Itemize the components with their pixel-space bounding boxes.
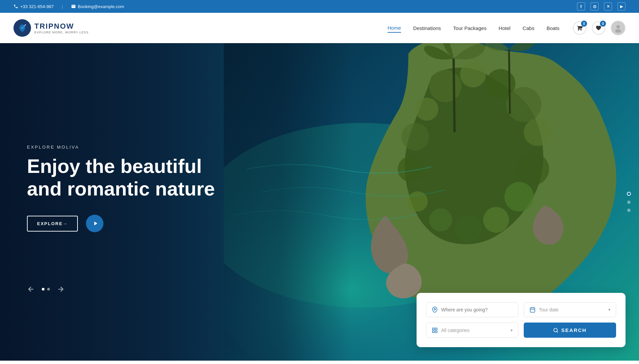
search-panel: Tour date ▾ All categories Adventure Bea… [417, 293, 626, 347]
svg-line-35 [557, 331, 558, 332]
grid-icon [432, 327, 438, 333]
logo-text: TRIPNOW EXPLORE MORE, WORRY LESS [34, 22, 89, 34]
categories-field[interactable]: All categories Adventure Beach Cultural … [426, 323, 518, 338]
logo-name: TRIPNOW [34, 22, 89, 31]
play-button[interactable] [86, 215, 103, 232]
next-slide-button[interactable] [57, 285, 65, 293]
slide-dots-right [627, 192, 631, 212]
next-arrow-icon [57, 285, 65, 293]
twitter-x-link[interactable]: ✕ [604, 2, 612, 10]
prev-arrow-icon [27, 285, 35, 293]
topbar: +33 321-654-987 | Booking@example.com f … [0, 0, 639, 13]
nav-tour-packages[interactable]: Tour Packages [453, 24, 486, 32]
location-icon [432, 307, 438, 313]
avatar-icon [613, 23, 623, 33]
slide-dot-1[interactable] [627, 192, 631, 196]
logo-icon [13, 19, 31, 37]
hero-buttons: EXPLORE→ [27, 215, 639, 232]
nav-cabs[interactable]: Cabs [523, 24, 535, 32]
svg-rect-33 [435, 331, 437, 332]
tourdate-wrapper: Tour date ▾ [539, 307, 610, 312]
svg-rect-32 [432, 331, 434, 332]
slide-dot-2[interactable] [627, 201, 631, 204]
play-icon [92, 220, 99, 227]
slide-dot-3[interactable] [627, 209, 631, 212]
search-icon [553, 328, 558, 333]
nav-boats[interactable]: Boats [547, 24, 559, 32]
destination-field[interactable] [426, 302, 518, 317]
nav-actions: 0 0 [573, 21, 626, 35]
nav-links: Home Destinations Tour Packages Hotel Ca… [388, 24, 559, 33]
tourdate-arrow: ▾ [608, 307, 610, 312]
destination-input[interactable] [441, 307, 513, 312]
svg-rect-31 [435, 328, 437, 330]
facebook-link[interactable]: f [577, 2, 585, 10]
progress-dot-2 [47, 288, 50, 291]
categories-wrapper: All categories Adventure Beach Cultural … [441, 328, 513, 333]
nav-hotel[interactable]: Hotel [499, 24, 511, 32]
svg-rect-26 [530, 308, 535, 312]
categories-arrow: ▾ [511, 328, 513, 333]
logo-tagline: EXPLORE MORE, WORRY LESS [34, 31, 89, 34]
hero-section: EXPLORE MOLIVA Enjoy the beautiful and r… [0, 43, 639, 361]
svg-point-25 [434, 308, 436, 310]
slide-progress [42, 288, 50, 291]
cart-button[interactable]: 0 [573, 21, 586, 35]
hero-subtitle: EXPLORE MOLIVA [27, 145, 639, 150]
tourdate-field[interactable]: Tour date ▾ [524, 302, 616, 317]
youtube-link[interactable]: ▶ [617, 2, 626, 10]
svg-point-1 [23, 25, 25, 27]
wishlist-button[interactable]: 0 [592, 21, 605, 35]
explore-button[interactable]: EXPLORE→ [27, 216, 78, 232]
search-button[interactable]: SEARCH [524, 323, 616, 338]
svg-marker-24 [94, 221, 97, 225]
prev-slide-button[interactable] [27, 285, 35, 293]
svg-rect-30 [432, 328, 434, 330]
nav-home[interactable]: Home [388, 24, 401, 33]
hero-title: Enjoy the beautiful and romantic nature [27, 155, 229, 200]
phone-contact: +33 321-654-987 [13, 4, 54, 9]
email-contact: Booking@example.com [71, 4, 124, 9]
slide-arrows [27, 285, 65, 293]
tourdate-label: Tour date [539, 307, 558, 312]
svg-point-2 [616, 25, 620, 29]
topbar-contact: +33 321-654-987 | Booking@example.com [13, 4, 124, 9]
topbar-social: f ⊙ ✕ ▶ [577, 2, 626, 10]
progress-dot-1 [42, 288, 44, 291]
logo-svg [17, 22, 28, 34]
calendar-icon [529, 307, 536, 313]
wishlist-badge: 0 [600, 21, 606, 27]
phone-icon [13, 4, 18, 9]
avatar[interactable] [611, 21, 626, 35]
navbar: TRIPNOW EXPLORE MORE, WORRY LESS Home De… [0, 13, 639, 43]
search-button-label: SEARCH [561, 327, 586, 333]
email-icon [71, 4, 76, 9]
cart-badge: 0 [581, 21, 587, 27]
instagram-link[interactable]: ⊙ [590, 2, 599, 10]
logo[interactable]: TRIPNOW EXPLORE MORE, WORRY LESS [13, 19, 89, 37]
svg-point-3 [615, 29, 621, 33]
categories-select[interactable]: All categories Adventure Beach Cultural … [441, 328, 513, 333]
nav-destinations[interactable]: Destinations [413, 24, 441, 32]
